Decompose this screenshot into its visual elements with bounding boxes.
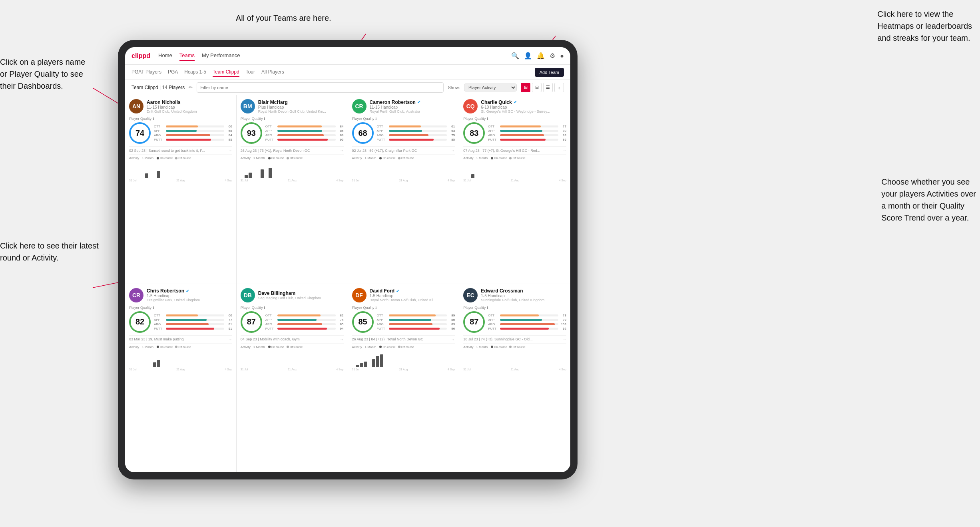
stat-row: APP 79 xyxy=(488,318,566,322)
tab-tour[interactable]: Tour xyxy=(246,68,255,77)
quality-circle[interactable]: 82 xyxy=(129,311,151,333)
stat-bar xyxy=(166,323,209,325)
sort-icon[interactable]: ↕ xyxy=(554,83,564,92)
stat-value: 91 xyxy=(226,327,232,330)
stat-row: PUTT 92 xyxy=(488,327,566,330)
compact-view-icon[interactable]: ⊟ xyxy=(532,83,542,92)
player-avatar: BM xyxy=(241,99,255,113)
chart-dates: 31 Jul 21 Aug 4 Sep xyxy=(129,179,232,182)
player-card[interactable]: CQ Charlie Quick ✔ 6-10 Handicap St. Geo… xyxy=(459,95,570,284)
stat-bar-bg xyxy=(389,139,447,141)
search-input[interactable] xyxy=(197,82,444,93)
off-course-legend: Off course xyxy=(175,157,191,159)
player-info: Charlie Quick ✔ 6-10 Handicap St. George… xyxy=(481,99,566,113)
player-card[interactable]: DF David Ford ✔ 1-5 Handicap Royal North… xyxy=(348,284,459,473)
latest-round[interactable]: 26 Aug 23 | 84 (+12), Royal North Devon … xyxy=(352,335,455,342)
stat-bar xyxy=(500,323,554,325)
show-select[interactable]: Player Activity Quality Score Trend xyxy=(464,84,517,91)
tab-all-players[interactable]: All Players xyxy=(261,68,284,77)
player-name[interactable]: Edward Crossman xyxy=(481,288,566,294)
stat-label: ARG xyxy=(154,322,164,326)
list-view-icon[interactable]: ☰ xyxy=(543,83,553,92)
stat-value: 77 xyxy=(226,318,232,322)
stat-label: OTT xyxy=(154,125,164,128)
quality-circle[interactable]: 87 xyxy=(241,311,262,333)
tab-team-clippd[interactable]: Team Clippd xyxy=(213,68,239,77)
avatar-icon[interactable]: ● xyxy=(560,52,564,60)
nav-performance[interactable]: My Performance xyxy=(202,51,240,61)
player-name[interactable]: Blair McHarg xyxy=(258,99,344,105)
latest-round[interactable]: 26 Aug 23 | 73 (+1), Royal North Devon G… xyxy=(241,146,344,153)
latest-round[interactable]: 04 Sep 23 | Mobility with coach, Gym → xyxy=(241,335,344,342)
add-team-button[interactable]: Add Team xyxy=(535,68,564,77)
player-card[interactable]: BM Blair McHarg Plus Handicap Royal Nort… xyxy=(237,95,348,284)
bell-icon[interactable]: 🔔 xyxy=(537,52,545,60)
stat-bar-bg xyxy=(166,130,224,132)
player-name[interactable]: David Ford ✔ xyxy=(370,288,455,294)
stat-label: OTT xyxy=(377,314,387,317)
round-arrow-icon: → xyxy=(451,148,455,153)
stat-bar-bg xyxy=(166,125,224,127)
player-club: Drift Golf Club, United Kingdom xyxy=(147,109,232,113)
chart-dates: 31 Jul 21 Aug 4 Sep xyxy=(352,368,455,371)
quality-circle[interactable]: 85 xyxy=(352,311,374,333)
latest-round[interactable]: 18 Jul 23 | 74 (+3), Sunningdale GC - Ol… xyxy=(463,335,566,342)
stat-bar-bg xyxy=(500,139,558,141)
player-avatar: CR xyxy=(352,99,367,113)
quality-circle[interactable]: 83 xyxy=(463,122,485,144)
activity-label: Activity · 1 Month xyxy=(241,345,265,349)
activity-header: Activity · 1 Month On course Off course xyxy=(241,156,344,160)
player-card[interactable]: AN Aaron Nicholls 11-15 Handicap Drift G… xyxy=(125,95,236,284)
latest-round[interactable]: 02 Jul 23 | 59 (+17), Craigmillar Park G… xyxy=(352,146,455,153)
chart-bar xyxy=(153,362,156,367)
stat-row: PUTT 94 xyxy=(265,327,344,330)
quality-circle[interactable]: 74 xyxy=(129,122,151,144)
player-avatar: DF xyxy=(352,288,367,302)
tab-pga[interactable]: PGA xyxy=(168,68,178,77)
stat-bar-bg xyxy=(389,328,447,330)
stat-bar xyxy=(166,125,198,127)
chart-date-1: 31 Jul xyxy=(463,368,471,371)
chart-date-2: 21 Aug xyxy=(176,368,185,371)
stat-value: 63 xyxy=(448,129,455,133)
player-name[interactable]: Cameron Robertson ✔ xyxy=(370,99,455,105)
stat-value: 79 xyxy=(560,318,566,322)
latest-round[interactable]: 03 Mar 23 | 19, Must make putting → xyxy=(129,335,232,342)
player-card[interactable]: CR Cameron Robertson ✔ 11-15 Handicap Ro… xyxy=(348,95,459,284)
chart-date-1: 31 Jul xyxy=(463,179,471,182)
edit-icon[interactable]: ✏ xyxy=(189,85,193,90)
chart-area xyxy=(129,350,232,367)
nav-icons: 🔍 👤 🔔 ⚙ ● xyxy=(511,52,564,60)
stat-row: OTT 89 xyxy=(377,314,455,317)
stat-row: APP 80 xyxy=(488,129,566,133)
search-icon[interactable]: 🔍 xyxy=(511,52,519,60)
stat-value: 95 xyxy=(337,138,344,141)
activity-section: Activity · 1 Month On course Off course … xyxy=(352,343,455,371)
settings-icon[interactable]: ⚙ xyxy=(550,52,555,60)
latest-round[interactable]: 07 Aug 23 | 77 (+7), St George's Hill GC… xyxy=(463,146,566,153)
nav-home[interactable]: Home xyxy=(158,51,172,61)
chart-date-3: 4 Sep xyxy=(559,179,566,182)
grid-view-icon[interactable]: ⊞ xyxy=(521,83,530,92)
chart-area xyxy=(463,350,566,367)
stat-bar-bg xyxy=(166,328,224,330)
quality-circle[interactable]: 68 xyxy=(352,122,374,144)
tab-pgat[interactable]: PGAT Players xyxy=(131,68,161,77)
on-course-legend: On course xyxy=(491,346,507,348)
latest-round[interactable]: 02 Sep 23 | Sunset round to get back int… xyxy=(129,146,232,153)
player-name[interactable]: Aaron Nicholls xyxy=(147,99,232,105)
stat-row: APP 85 xyxy=(265,129,344,133)
player-card[interactable]: CR Chris Robertson ✔ 1-5 Handicap Craigm… xyxy=(125,284,236,473)
player-name[interactable]: Chris Robertson ✔ xyxy=(147,288,232,294)
player-name[interactable]: Charlie Quick ✔ xyxy=(481,99,566,105)
player-card[interactable]: DB Dave Billingham Sag Maging Golf Club,… xyxy=(237,284,348,473)
profile-icon[interactable]: 👤 xyxy=(524,52,532,60)
player-card[interactable]: EC Edward Crossman 1-5 Handicap Sunningd… xyxy=(459,284,570,473)
player-name[interactable]: Dave Billingham xyxy=(258,290,344,296)
quality-circle[interactable]: 87 xyxy=(463,311,485,333)
quality-circle[interactable]: 93 xyxy=(241,122,262,144)
nav-teams[interactable]: Teams xyxy=(179,51,195,61)
quality-section: 93 OTT 84 APP 85 ARG 88 PUTT xyxy=(241,122,344,144)
tab-hcaps[interactable]: Hcaps 1-5 xyxy=(184,68,206,77)
stat-bar-bg xyxy=(500,323,558,325)
